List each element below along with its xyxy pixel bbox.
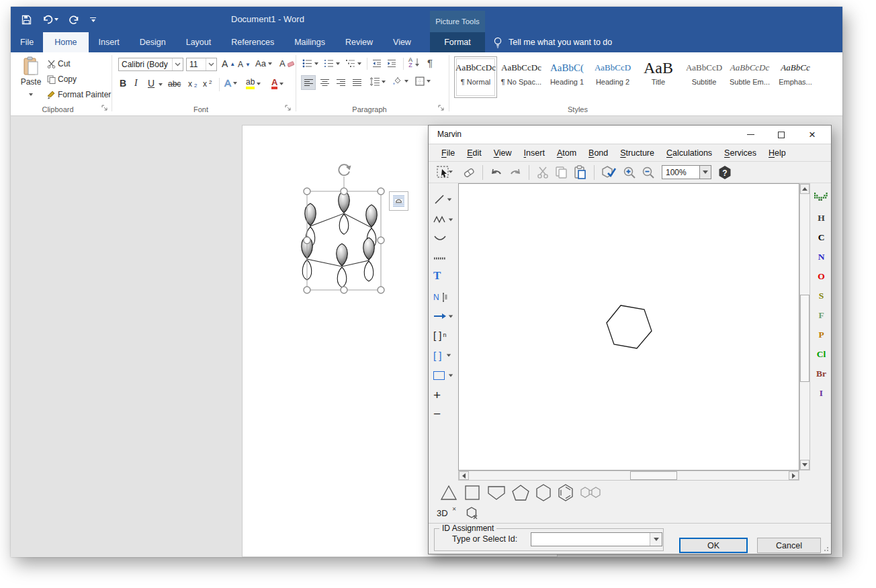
element-C-button[interactable]: C <box>811 232 832 243</box>
show-formatting-button[interactable]: ¶ <box>427 57 433 68</box>
menu-edit[interactable]: Edit <box>461 148 488 158</box>
menu-insert[interactable]: Insert <box>518 148 551 158</box>
copy-button[interactable] <box>552 164 571 181</box>
paragraph-dialog-launcher[interactable] <box>438 105 445 112</box>
zoom-dropdown-icon[interactable] <box>699 166 711 179</box>
tab-design[interactable]: Design <box>130 32 176 52</box>
menu-file[interactable]: File <box>435 148 461 158</box>
tab-home[interactable]: Home <box>43 32 88 52</box>
select-tool-button[interactable] <box>434 164 459 181</box>
bullets-button[interactable] <box>302 59 318 68</box>
tab-references[interactable]: References <box>221 32 284 52</box>
element-P-button[interactable]: P <box>811 330 832 340</box>
maximize-button[interactable] <box>770 126 793 144</box>
font-size-combo[interactable]: 11 <box>186 58 217 71</box>
id-dropdown-icon[interactable] <box>650 533 662 546</box>
periodic-table-button[interactable] <box>814 193 828 202</box>
align-right-button[interactable] <box>333 75 348 90</box>
menu-help[interactable]: Help <box>762 148 792 158</box>
redo-button[interactable] <box>506 164 525 181</box>
resize-grip[interactable] <box>822 545 829 552</box>
template-cyclohexane[interactable] <box>535 483 552 502</box>
vscroll-thumb[interactable] <box>800 295 809 382</box>
style-subtitle[interactable]: AaBbCcD Subtitle <box>683 56 726 98</box>
line-spacing-button[interactable] <box>369 77 386 86</box>
justify-button[interactable] <box>349 75 364 90</box>
template-benzene[interactable] <box>557 483 574 502</box>
align-left-button[interactable] <box>301 75 316 90</box>
cut-button[interactable] <box>533 164 552 181</box>
undo-button[interactable] <box>42 15 58 24</box>
repeating-group-tool-button[interactable]: [ ]n <box>433 327 453 343</box>
scroll-up-button[interactable] <box>800 184 809 194</box>
template-fused-rings[interactable] <box>579 485 602 500</box>
underline-dropdown-icon[interactable] <box>159 83 163 86</box>
cut-button[interactable]: Cut <box>47 59 71 68</box>
style-heading1[interactable]: AaBbC( Heading 1 <box>545 56 588 98</box>
bracket-tool-button[interactable]: [ ] <box>433 347 453 363</box>
template-cyclopentane[interactable] <box>511 484 530 501</box>
shrink-font-button[interactable]: A▼ <box>238 60 251 69</box>
paste-button[interactable]: Paste <box>19 56 43 99</box>
decrease-charge-button[interactable]: − <box>433 406 453 422</box>
menu-calculations[interactable]: Calculations <box>660 148 718 158</box>
element-S-button[interactable]: S <box>811 291 832 301</box>
eraser-tool-button[interactable] <box>459 164 478 181</box>
tab-layout[interactable]: Layout <box>176 32 222 52</box>
element-N-button[interactable]: N <box>811 252 832 262</box>
menu-structure[interactable]: Structure <box>614 148 660 158</box>
strikethrough-button[interactable]: abc <box>168 79 181 89</box>
style-subtle-emphasis[interactable]: AaBbCcDc Subtle Em... <box>728 56 771 98</box>
menu-services[interactable]: Services <box>718 148 762 158</box>
align-center-button[interactable] <box>317 75 332 90</box>
copy-button[interactable]: Copy <box>47 75 77 84</box>
tab-file[interactable]: File <box>11 32 43 52</box>
tab-mailings[interactable]: Mailings <box>284 32 335 52</box>
decrease-indent-button[interactable] <box>372 59 382 68</box>
menu-view[interactable]: View <box>488 148 518 158</box>
marvin-canvas[interactable] <box>458 183 799 471</box>
style-no-spacing[interactable]: AaBbCcDc ¶ No Spac... <box>500 56 543 98</box>
rotate-handle[interactable] <box>339 164 351 175</box>
atom-label-tool-button[interactable]: N <box>433 289 453 305</box>
bond-tool-button[interactable] <box>433 191 453 207</box>
scroll-right-button[interactable] <box>789 471 799 480</box>
grow-font-button[interactable]: A▲ <box>222 58 235 69</box>
change-case-button[interactable]: Aa <box>255 58 272 68</box>
scroll-left-button[interactable] <box>459 471 469 480</box>
clipboard-dialog-launcher[interactable] <box>101 105 109 112</box>
text-tool-button[interactable]: T <box>433 268 453 284</box>
increase-charge-button[interactable]: + <box>433 387 453 403</box>
increase-indent-button[interactable] <box>387 59 396 68</box>
style-emphasis[interactable]: AaBbCc Emphas... <box>774 56 817 98</box>
text-effects-button[interactable]: A <box>224 77 237 89</box>
clear-formatting-button[interactable]: A <box>279 58 294 68</box>
scroll-down-button[interactable] <box>800 460 809 470</box>
element-Cl-button[interactable]: Cl <box>811 349 832 360</box>
selected-orbital-image[interactable] <box>295 160 419 304</box>
superscript-button[interactable]: x2 <box>203 79 212 89</box>
save-icon[interactable] <box>21 15 32 25</box>
redo-button[interactable] <box>69 15 79 25</box>
element-Br-button[interactable]: Br <box>811 369 832 379</box>
customize-qat-button[interactable] <box>90 17 96 22</box>
format-painter-button[interactable]: Format Painter <box>47 90 111 99</box>
font-color-button[interactable]: A <box>271 78 283 89</box>
hscroll-thumb[interactable] <box>630 471 677 480</box>
reaction-arrow-tool-button[interactable] <box>433 308 453 324</box>
style-heading2[interactable]: AaBbCcD Heading 2 <box>591 56 634 98</box>
help-button[interactable]: ? <box>715 164 734 181</box>
tab-insert[interactable]: Insert <box>89 32 130 52</box>
subscript-button[interactable]: x2 <box>188 79 197 89</box>
id-input[interactable] <box>531 533 650 546</box>
element-I-button[interactable]: I <box>811 388 832 399</box>
element-O-button[interactable]: O <box>811 271 832 282</box>
element-F-button[interactable]: F <box>811 310 832 321</box>
arc-tool-button[interactable] <box>433 230 453 246</box>
canvas-vscrollbar[interactable] <box>799 183 810 471</box>
shading-button[interactable] <box>392 77 408 86</box>
dashed-line-tool-button[interactable] <box>433 250 453 266</box>
clean-3d-dropdown-icon[interactable]: ✕ <box>452 506 457 512</box>
font-name-dropdown-icon[interactable] <box>172 58 183 70</box>
zoom-out-button[interactable] <box>639 164 658 181</box>
